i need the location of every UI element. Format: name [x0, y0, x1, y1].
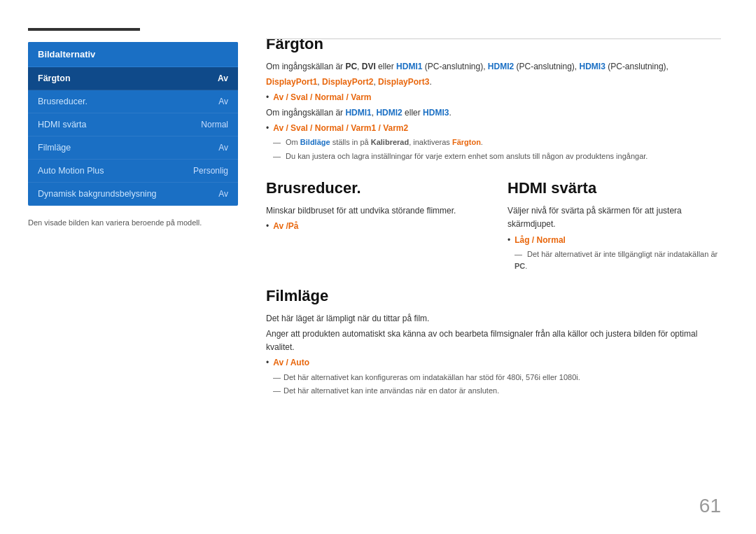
fargton-note-fargton: Färgton — [452, 138, 481, 146]
fargton-bullet1: Av / Sval / Normal / Varm — [266, 91, 721, 104]
menu-item-fargton-value: Av — [218, 73, 228, 83]
fargton-note1: Om Bildläge ställs in på Kalibrerad, ina… — [266, 136, 721, 149]
fargton-dp3: DisplayPort3 — [378, 77, 429, 87]
filmlage-bullet1-text: Av / Auto — [273, 356, 309, 370]
fargton-hdmi2-2: HDMI2 — [376, 108, 402, 118]
fargton-para2: DisplayPort1, DisplayPort2, DisplayPort3… — [266, 76, 721, 89]
menu-item-dynamisk[interactable]: Dynamisk bakgrundsbelysning Av — [28, 183, 238, 206]
fargton-dp1: DisplayPort1 — [266, 77, 317, 87]
sidebar-title: Bildalternativ — [28, 42, 238, 67]
hdmi-svarta-note-pc: PC — [514, 262, 525, 270]
fargton-hdmi3-2: HDMI3 — [423, 108, 449, 118]
menu-item-brusreducer[interactable]: Brusreducer. Av — [28, 90, 238, 113]
brusreducer-bullet1-text: Av /På — [273, 220, 298, 233]
section-filmlage: Filmläge Det här läget är lämpligt när d… — [266, 287, 721, 398]
menu-item-fargton[interactable]: Färgton Av — [28, 67, 238, 90]
sidebar-note: Den visade bilden kan variera beroende p… — [28, 218, 238, 227]
menu-item-brusreducer-value: Av — [218, 97, 228, 106]
menu-item-auto-motion[interactable]: Auto Motion Plus Personlig — [28, 160, 238, 183]
menu-item-filmlage[interactable]: Filmläge Av — [28, 136, 238, 160]
page-number: 61 — [699, 495, 721, 517]
sidebar-menu: Bildalternativ Färgton Av Brusreducer. A… — [28, 42, 238, 206]
hdmi-svarta-bullet1: Låg / Normal — [507, 234, 721, 247]
menu-item-fargton-label: Färgton — [38, 73, 71, 83]
section-brusreducer: Brusreducer. Minskar bildbruset för att … — [266, 179, 479, 273]
filmlage-title: Filmläge — [266, 287, 721, 305]
fargton-para1: Om ingångskällan är PC, DVI eller HDMI1 … — [266, 60, 721, 73]
sidebar: Bildalternativ Färgton Av Brusreducer. A… — [28, 28, 238, 506]
menu-item-filmlage-value: Av — [218, 143, 228, 153]
fargton-title: Färgton — [266, 35, 721, 53]
main-content: Färgton Om ingångskällan är PC, DVI elle… — [266, 28, 721, 506]
menu-item-auto-motion-value: Personlig — [193, 166, 228, 176]
menu-item-filmlage-label: Filmläge — [38, 143, 71, 153]
fargton-hdmi3: HDMI3 — [580, 62, 606, 71]
hdmi-svarta-body: Väljer nivå för svärta på skärmen för at… — [507, 204, 721, 273]
fargton-hdmi1-2: HDMI1 — [345, 108, 371, 118]
section-hdmi-svarta: HDMI svärta Väljer nivå för svärta på sk… — [507, 179, 721, 273]
fargton-para3: Om ingångskällan är HDMI1, HDMI2 eller H… — [266, 106, 721, 120]
filmlage-note2: Det här alternativet kan inte användas n… — [266, 385, 721, 398]
fargton-dp2: DisplayPort2 — [322, 77, 373, 87]
fargton-bullet1-text: Av / Sval / Normal / Varm — [273, 91, 371, 104]
menu-item-auto-motion-label: Auto Motion Plus — [38, 166, 104, 176]
filmlage-para2: Anger att produkten automatiskt ska känn… — [266, 328, 721, 354]
menu-item-dynamisk-label: Dynamisk bakgrundsbelysning — [38, 189, 157, 199]
fargton-dvi: DVI — [362, 62, 376, 71]
menu-item-brusreducer-label: Brusreducer. — [38, 97, 88, 106]
filmlage-note1: Det här alternativet kan konfigureras om… — [266, 372, 721, 384]
menu-item-hdmi-svarta[interactable]: HDMI svärta Normal — [28, 113, 238, 136]
menu-item-hdmi-svarta-value: Normal — [201, 120, 228, 129]
fargton-note2: Du kan justera och lagra inställningar f… — [266, 150, 721, 163]
fargton-body: Om ingångskällan är PC, DVI eller HDMI1 … — [266, 60, 721, 162]
top-divider — [266, 38, 721, 39]
hdmi-svarta-bullet1-text: Låg / Normal — [514, 234, 566, 247]
fargton-note-bildlage: Bildläge — [300, 138, 330, 146]
fargton-hdmi1: HDMI1 — [396, 62, 422, 71]
brusreducer-para1: Minskar bildbruset för att undvika störa… — [266, 204, 479, 218]
fargton-note-kalibrerad: Kalibrerad — [371, 138, 409, 146]
hdmi-svarta-title: HDMI svärta — [507, 179, 721, 197]
fargton-bullet2-text: Av / Sval / Normal / Varm1 / Varm2 — [273, 122, 408, 135]
fargton-bullet2: Av / Sval / Normal / Varm1 / Varm2 — [266, 122, 721, 135]
section-fargton: Färgton Om ingångskällan är PC, DVI elle… — [266, 35, 721, 162]
hdmi-svarta-note1: Det här alternativet är inte tillgänglig… — [507, 248, 721, 273]
brusreducer-body: Minskar bildbruset för att undvika störa… — [266, 204, 479, 234]
brusreducer-bullet1: Av /På — [266, 220, 479, 233]
brusreducer-title: Brusreducer. — [266, 179, 479, 197]
sidebar-top-bar — [28, 28, 140, 31]
fargton-hdmi2: HDMI2 — [488, 62, 514, 71]
hdmi-svarta-para1: Väljer nivå för svärta på skärmen för at… — [507, 204, 721, 231]
filmlage-para1: Det här läget är lämpligt när du tittar … — [266, 312, 721, 325]
filmlage-body: Det här läget är lämpligt när du tittar … — [266, 312, 721, 398]
fargton-pc: PC — [345, 62, 357, 71]
menu-item-hdmi-svarta-label: HDMI svärta — [38, 120, 86, 129]
menu-item-dynamisk-value: Av — [218, 189, 228, 199]
filmlage-bullet1: Av / Auto — [266, 356, 721, 370]
hdmi-svarta-normal: Normal — [537, 235, 566, 245]
content-grid: Brusreducer. Minskar bildbruset för att … — [266, 179, 721, 398]
